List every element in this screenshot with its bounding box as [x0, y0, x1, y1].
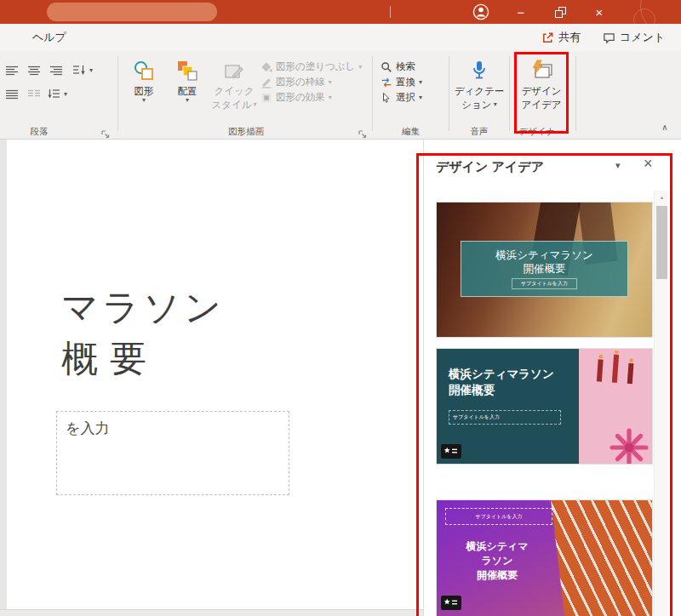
drawing-dialog-launcher[interactable] — [358, 127, 367, 136]
design-thumbnail-1-title-line2: 開催概要 — [524, 262, 566, 276]
slide-title-line-1: マラソン — [61, 286, 225, 330]
find-button[interactable]: 検索 — [381, 60, 415, 74]
shape-effects-label: 図形の効果 — [276, 91, 325, 104]
group-divider — [449, 56, 449, 131]
design-ideas-button[interactable]: デザイン アイデア — [517, 55, 566, 135]
account-avatar[interactable] — [472, 3, 490, 21]
columns-icon — [28, 89, 40, 100]
design-ideas-panel: デザイン アイデア ▾ × 横浜シティマラソン 開催概要 サブタイトルを入力 横 — [423, 140, 681, 616]
design-thumbnail-1[interactable]: 横浜シティマラソン 開催概要 サブタイトルを入力 — [437, 202, 652, 337]
restore-button[interactable] — [543, 0, 577, 24]
select-cursor-icon — [381, 92, 392, 104]
panel-scrollbar-thumb[interactable] — [656, 206, 667, 279]
subtitle-placeholder-box[interactable]: を入力 — [56, 411, 289, 495]
arrange-button[interactable]: 配置 ▾ — [168, 55, 207, 135]
collapse-ribbon-icon: ∧ — [661, 123, 667, 132]
sort-button[interactable]: ▾ — [73, 63, 93, 77]
restore-icon — [555, 7, 566, 18]
select-label: 選択 — [396, 91, 415, 104]
dropdown-caret-icon: ▾ — [358, 64, 362, 71]
dropdown-caret-icon: ▾ — [89, 67, 93, 74]
dropdown-caret-icon: ▾ — [254, 101, 257, 108]
dictate-button[interactable]: ディクテー ション▾ — [454, 55, 505, 135]
panel-menu-caret-icon: ▾ — [615, 160, 621, 170]
ribbon: ▾ ▾ 段落 図形 ▾ 配置 ▾ — [0, 51, 681, 140]
ribbon-tab-row: ヘルプ 共有 コメント — [0, 24, 681, 51]
quick-styles-label-line2: スタイル — [211, 99, 251, 111]
designer-group-label: デザイナー — [509, 126, 574, 138]
flower-illustration — [609, 428, 649, 464]
design-thumbnail-2[interactable]: 横浜シティマラソン 開催概要 サブタイトルを入力 — [437, 349, 652, 464]
design-thumbnail-1-subtitle: サブタイトルを入力 — [512, 278, 577, 289]
shape-outline-button[interactable]: 図形の枠線 ▾ — [260, 75, 332, 89]
design-thumbnail-3-title-line3: 開催概要 — [450, 568, 544, 583]
quick-styles-button[interactable]: クイック スタイル▾ — [211, 55, 257, 135]
panel-close-icon: × — [644, 155, 653, 172]
align-button-2[interactable] — [24, 61, 44, 80]
shapes-icon — [133, 58, 155, 83]
arrange-icon — [176, 58, 198, 83]
dropdown-caret-icon: ▾ — [329, 94, 332, 101]
dropdown-caret-icon: ▾ — [419, 79, 422, 86]
titlebar-search-pill[interactable] — [47, 3, 217, 21]
design-ideas-label-line2: アイデア — [521, 99, 561, 111]
collapse-ribbon-button[interactable]: ∧ — [657, 123, 672, 134]
close-button[interactable]: × — [582, 0, 616, 24]
shapes-button[interactable]: 図形 ▾ — [124, 55, 163, 135]
group-divider — [372, 56, 373, 131]
align-button-3[interactable] — [46, 61, 66, 80]
panel-scrollbar-track[interactable]: ▲ — [654, 191, 668, 616]
drawing-group-label: 図形描画 — [119, 126, 373, 138]
line-spacing-button[interactable]: ▾ — [48, 87, 67, 101]
dictate-label-line1: ディクテー — [455, 85, 505, 97]
comment-icon — [603, 31, 615, 44]
design-thumbnail-1-title-line1: 横浜シティマラソン — [495, 248, 593, 262]
shape-fill-button[interactable]: 図形の塗りつぶし ▾ — [260, 60, 362, 74]
design-thumbnail-2-title-line1: 横浜シティマラソン — [449, 366, 554, 382]
shape-fill-icon — [260, 61, 272, 73]
dropdown-caret-icon: ▾ — [186, 97, 189, 104]
group-divider — [575, 56, 576, 131]
share-button[interactable]: 共有 — [536, 27, 586, 48]
columns-button[interactable] — [24, 85, 44, 104]
minimize-button[interactable]: − — [504, 0, 538, 24]
panel-close-button[interactable]: × — [644, 155, 653, 173]
quick-styles-icon — [223, 58, 245, 83]
powerpoint-window: − × ヘルプ 共有 コメント — [0, 0, 681, 616]
left-edge-strip — [0, 140, 7, 616]
minimize-icon: − — [518, 6, 525, 19]
editing-group-label: 編集 — [372, 126, 449, 138]
panel-menu-button[interactable]: ▾ — [615, 160, 621, 171]
design-thumbnail-2-title-block: 横浜シティマラソン 開催概要 — [449, 366, 554, 398]
design-thumbnail-3-subtitle: サブタイトルを入力 — [445, 508, 552, 525]
paragraph-group-label: 段落 — [7, 126, 72, 138]
sort-icon — [73, 65, 86, 76]
line-spacing-icon — [48, 88, 60, 100]
align-button-1[interactable] — [2, 61, 22, 80]
align-button-4[interactable] — [2, 85, 22, 104]
design-thumbnail-2-photo-strip — [579, 349, 652, 464]
shape-fill-label: 図形の塗りつぶし — [276, 60, 355, 73]
slide-title-line-2: 概要 — [61, 337, 158, 381]
replace-button[interactable]: 置換 ▾ — [381, 75, 422, 89]
slide-canvas[interactable]: マラソン 概要 を入力 — [7, 140, 423, 609]
designer-badge-star-icon — [444, 447, 459, 456]
microphone-icon — [469, 58, 489, 83]
text-lines-icon — [28, 66, 40, 76]
dropdown-caret-icon: ▾ — [142, 97, 146, 104]
paragraph-dialog-launcher[interactable] — [100, 127, 110, 136]
tab-help[interactable]: ヘルプ — [26, 24, 73, 51]
select-button[interactable]: 選択 ▾ — [381, 90, 422, 105]
replace-icon — [381, 77, 392, 88]
person-icon — [472, 3, 489, 20]
designer-badge — [441, 596, 461, 610]
text-lines-icon — [6, 89, 18, 100]
shape-outline-icon — [260, 77, 272, 88]
scroll-up-button[interactable]: ▲ — [655, 191, 669, 204]
group-divider — [117, 56, 118, 131]
shape-outline-label: 図形の枠線 — [276, 76, 325, 88]
comments-button[interactable]: コメント — [598, 27, 670, 48]
design-thumbnail-3[interactable]: サブタイトルを入力 横浜シティマ ラソン 開催概要 — [437, 500, 652, 616]
dialog-launcher-icon — [358, 129, 367, 139]
shape-effects-button[interactable]: 図形の効果 ▾ — [260, 90, 332, 105]
